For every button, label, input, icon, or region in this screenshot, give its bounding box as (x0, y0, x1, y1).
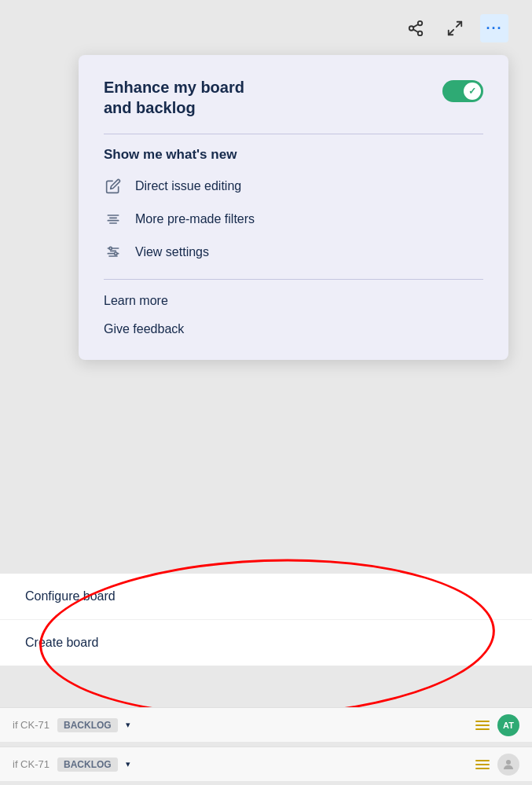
share-button[interactable] (402, 14, 430, 42)
pencil-icon (104, 177, 123, 196)
view-settings-label: View settings (135, 245, 209, 259)
section-title: Show me what's new (104, 147, 483, 163)
hamburger-line-6 (475, 768, 490, 769)
backlog-dropdown-icon-1: ▾ (126, 720, 130, 730)
bottom-section: Configure board Create board (0, 574, 532, 666)
divider-1 (104, 134, 483, 134)
top-icons-bar: ··· (402, 14, 508, 42)
enhance-toggle[interactable]: ✓ (442, 80, 483, 102)
hamburger-line-1 (475, 721, 490, 722)
feature-item-direct-issue-editing[interactable]: Direct issue editing (104, 177, 483, 196)
feature-item-view-settings[interactable]: View settings (104, 243, 483, 262)
hamburger-line-2 (475, 724, 490, 726)
direct-issue-editing-label: Direct issue editing (135, 179, 241, 193)
backlog-tag-2: BACKLOG (57, 757, 118, 772)
pre-made-filters-label: More pre-made filters (135, 212, 255, 226)
more-button[interactable]: ··· (480, 14, 508, 42)
feature-list: Direct issue editing More pre-made filte… (104, 177, 483, 262)
give-feedback-item[interactable]: Give feedback (104, 321, 483, 338)
create-board-item[interactable]: Create board (0, 620, 532, 666)
hamburger-line-3 (475, 728, 490, 730)
hamburger-line-5 (475, 764, 490, 765)
learn-more-item[interactable]: Learn more (104, 292, 483, 310)
svg-line-5 (457, 22, 461, 27)
divider-2 (104, 279, 483, 280)
backlog-prefix-2: if CK-71 (13, 758, 50, 770)
svg-point-15 (109, 247, 112, 249)
toggle-knob: ✓ (464, 83, 481, 100)
backlog-row-1: if CK-71 BACKLOG ▾ AT (0, 707, 532, 742)
action-list: Learn more Give feedback (104, 292, 483, 338)
svg-point-16 (115, 252, 117, 255)
settings-icon (104, 243, 123, 262)
backlog-dropdown-icon-2: ▾ (126, 759, 130, 769)
configure-board-item[interactable]: Configure board (0, 574, 532, 620)
avatar-at: AT (497, 714, 519, 736)
svg-point-17 (506, 760, 511, 765)
expand-button[interactable] (441, 14, 469, 42)
feature-item-pre-made-filters[interactable]: More pre-made filters (104, 210, 483, 229)
backlog-prefix-1: if CK-71 (13, 719, 50, 731)
backlog-row-2: if CK-71 BACKLOG ▾ (0, 746, 532, 781)
enhance-panel: Enhance my boardand backlog ✓ Show me wh… (79, 55, 508, 360)
svg-line-6 (449, 30, 453, 35)
filter-icon (104, 210, 123, 229)
hamburger-icon-2[interactable] (475, 760, 490, 769)
backlog-tag-1: BACKLOG (57, 718, 118, 732)
svg-line-4 (413, 24, 418, 28)
toggle-container: ✓ (442, 80, 483, 102)
more-dots: ··· (486, 20, 502, 37)
hamburger-icon-1[interactable] (475, 721, 490, 730)
toggle-check-icon: ✓ (468, 86, 476, 97)
avatar-person (497, 754, 519, 776)
svg-line-3 (413, 29, 418, 32)
panel-title: Enhance my boardand backlog (104, 77, 244, 118)
hamburger-line-4 (475, 760, 490, 761)
page-container: ··· Enhance my boardand backlog ✓ Show m… (0, 0, 532, 785)
panel-header: Enhance my boardand backlog ✓ (104, 77, 483, 118)
